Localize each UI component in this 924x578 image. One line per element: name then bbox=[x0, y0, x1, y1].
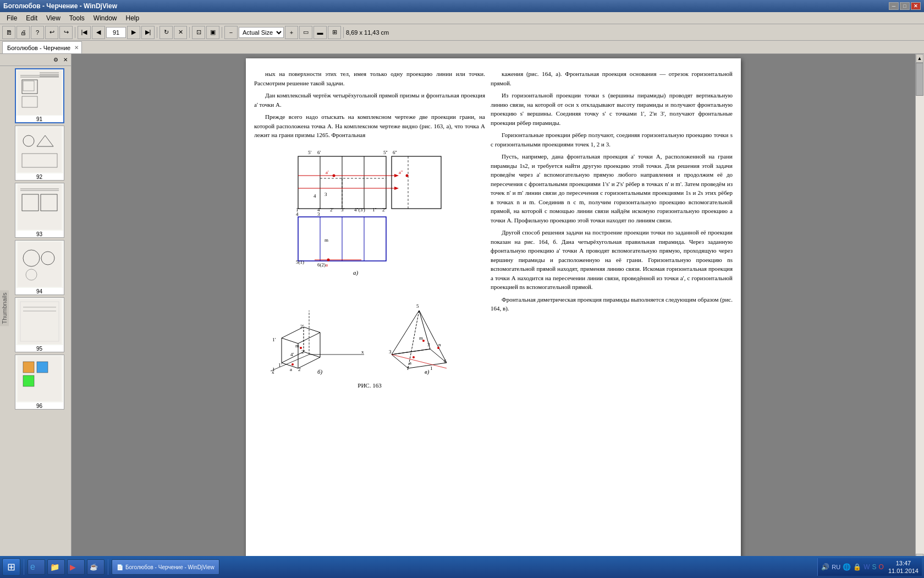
scroll-thumb[interactable] bbox=[916, 63, 923, 96]
svg-marker-95 bbox=[392, 349, 447, 368]
thumbnail-96[interactable]: 96 bbox=[15, 355, 64, 410]
close-button[interactable]: ✕ bbox=[911, 2, 921, 10]
menu-edit[interactable]: Edit bbox=[21, 13, 42, 23]
maximize-button[interactable]: □ bbox=[900, 2, 910, 10]
start-button[interactable]: ⊞ bbox=[2, 558, 20, 576]
scroll-up-button[interactable]: ▲ bbox=[916, 54, 923, 63]
svg-text:4: 4 bbox=[314, 193, 316, 199]
title-bar: Боголюбов - Черчение - WinDjView ─ □ ✕ bbox=[0, 0, 924, 12]
svg-text:1: 1 bbox=[406, 366, 409, 371]
main-area: ⚙ ✕ Thumbnails bbox=[0, 54, 924, 563]
tray-icon-2[interactable]: 🌐 bbox=[843, 563, 851, 571]
separator-3 bbox=[189, 27, 190, 38]
right-column: кажения (рис. 164, а). Фронтальная проек… bbox=[491, 69, 733, 543]
thumbnail-91[interactable]: 91 bbox=[15, 68, 64, 123]
java-taskbar-icon[interactable]: ☕ bbox=[87, 559, 105, 575]
next-page-button[interactable]: ▶ bbox=[127, 26, 140, 39]
tray-opera-icon[interactable]: O bbox=[879, 563, 884, 571]
thumbnail-image-91 bbox=[16, 69, 63, 116]
svg-rect-18 bbox=[18, 242, 62, 287]
menu-window[interactable]: Window bbox=[89, 13, 122, 23]
tab-label: Боголюбов - Черчение bbox=[7, 45, 70, 51]
tray-skype-icon[interactable]: S bbox=[872, 563, 877, 571]
thumbnail-92[interactable]: 92 bbox=[15, 126, 64, 181]
right-scrollbar[interactable]: ▲ ▼ bbox=[915, 54, 924, 563]
left-para-2: Дан комплексный чертёж четырёхугольной п… bbox=[254, 91, 485, 109]
left-text-block: ных на поверхности этих тел, имея только… bbox=[254, 69, 485, 140]
mediaplayer-taskbar-icon[interactable]: ▶ bbox=[67, 559, 85, 575]
menu-help[interactable]: Help bbox=[122, 13, 144, 23]
tray-icon-3[interactable]: 🔒 bbox=[853, 563, 861, 571]
svg-text:5(1): 5(1) bbox=[296, 259, 304, 265]
right-para-3: Горизонтальные проекции рёбер получают, … bbox=[491, 130, 733, 149]
svg-text:m: m bbox=[295, 343, 299, 348]
sidebar-toolbar: ⚙ ✕ bbox=[0, 54, 71, 66]
svg-text:1: 1 bbox=[272, 367, 275, 372]
print-button[interactable]: 🖨 bbox=[16, 26, 30, 39]
zoom-select[interactable]: Actual Size Fit Width Fit Page 50% 75% 1… bbox=[239, 27, 284, 38]
separator-1 bbox=[75, 27, 75, 38]
svg-text:2'': 2'' bbox=[382, 207, 387, 212]
separator-taskbar-2 bbox=[108, 559, 108, 575]
thumbnail-93[interactable]: 93 bbox=[15, 183, 64, 238]
svg-point-53 bbox=[333, 174, 336, 177]
new-button[interactable]: 🖹 bbox=[2, 26, 15, 39]
svg-line-98 bbox=[419, 310, 447, 363]
menu-tools[interactable]: Tools bbox=[65, 13, 89, 23]
layout-button[interactable]: ⊞ bbox=[328, 26, 341, 39]
thumbnail-image-95 bbox=[16, 298, 63, 345]
refresh-button[interactable]: ↻ bbox=[160, 26, 173, 39]
svg-marker-77 bbox=[282, 352, 320, 368]
zoom-in-button[interactable]: + bbox=[285, 26, 298, 39]
forward-button[interactable]: ↪ bbox=[59, 26, 73, 39]
svg-rect-9 bbox=[18, 127, 62, 172]
continuous-button[interactable]: ▬ bbox=[314, 26, 327, 39]
clock[interactable]: 13:47 11.01.2014 bbox=[888, 559, 919, 575]
ie-taskbar-icon[interactable]: e bbox=[28, 559, 45, 575]
size-info: 8,69 x 11,43 cm bbox=[346, 29, 389, 36]
diagram-163: 5' 6' 5'' 6'' 1' 4' 2' 3' 4''(3') 1'' 2'… bbox=[254, 145, 485, 377]
help-button[interactable]: ? bbox=[31, 26, 44, 39]
last-page-button[interactable]: ▶| bbox=[141, 26, 155, 39]
svg-text:1': 1' bbox=[278, 362, 282, 368]
right-para-6: Фронтальная диметрическая проекция пирам… bbox=[491, 295, 733, 313]
single-page-button[interactable]: ▭ bbox=[299, 26, 312, 39]
prev-page-button[interactable]: ◀ bbox=[92, 26, 105, 39]
svg-text:а): а) bbox=[353, 269, 359, 276]
svg-text:5': 5' bbox=[308, 150, 312, 155]
minimize-button[interactable]: ─ bbox=[889, 2, 899, 10]
svg-rect-22 bbox=[18, 299, 62, 344]
thumbnail-image-96 bbox=[16, 355, 63, 402]
windjview-taskbar-button[interactable]: 📄 Боголюбов - Черчение - WinDjView bbox=[112, 559, 219, 575]
thumbnails-label: Thumbnails bbox=[0, 291, 9, 326]
fit-width-button[interactable]: ⊡ bbox=[192, 26, 205, 39]
zoom-out-button[interactable]: − bbox=[224, 26, 238, 39]
fit-page-button[interactable]: ▣ bbox=[206, 26, 219, 39]
svg-text:3: 3 bbox=[389, 349, 392, 355]
svg-text:6: 6 bbox=[444, 358, 447, 364]
tab-close-button[interactable]: ✕ bbox=[73, 45, 80, 51]
svg-text:2: 2 bbox=[298, 367, 301, 372]
folder-taskbar-icon[interactable]: 📁 bbox=[47, 559, 65, 575]
sidebar-settings-button[interactable]: ⚙ bbox=[51, 56, 60, 64]
menu-view[interactable]: View bbox=[42, 13, 65, 23]
thumbnail-95[interactable]: 95 bbox=[15, 297, 64, 352]
page-input[interactable] bbox=[106, 27, 126, 38]
left-para-3: Прежде всего надо отыскать на комплексно… bbox=[254, 112, 485, 140]
tray-locale[interactable]: RU bbox=[832, 564, 840, 570]
first-page-button[interactable]: |◀ bbox=[78, 26, 91, 39]
document-tab[interactable]: Боголюбов - Черчение ✕ bbox=[2, 41, 82, 53]
media-icon: ▶ bbox=[70, 563, 76, 571]
menu-file[interactable]: File bbox=[2, 13, 21, 23]
thumbnail-image-93 bbox=[16, 183, 63, 231]
svg-text:5'': 5'' bbox=[383, 150, 388, 155]
thumbnail-94[interactable]: 94 bbox=[15, 240, 64, 295]
tray-word-icon[interactable]: W bbox=[864, 563, 870, 571]
right-para-2: Из горизонтальной проекции точки s (верш… bbox=[491, 91, 733, 127]
stop-button[interactable]: ✕ bbox=[174, 26, 187, 39]
svg-text:3: 3 bbox=[324, 192, 327, 197]
back-button[interactable]: ↩ bbox=[45, 26, 58, 39]
sidebar-close-button[interactable]: ✕ bbox=[61, 56, 70, 64]
svg-text:6': 6' bbox=[317, 150, 321, 155]
tray-icon-1[interactable]: 🔊 bbox=[821, 563, 829, 571]
